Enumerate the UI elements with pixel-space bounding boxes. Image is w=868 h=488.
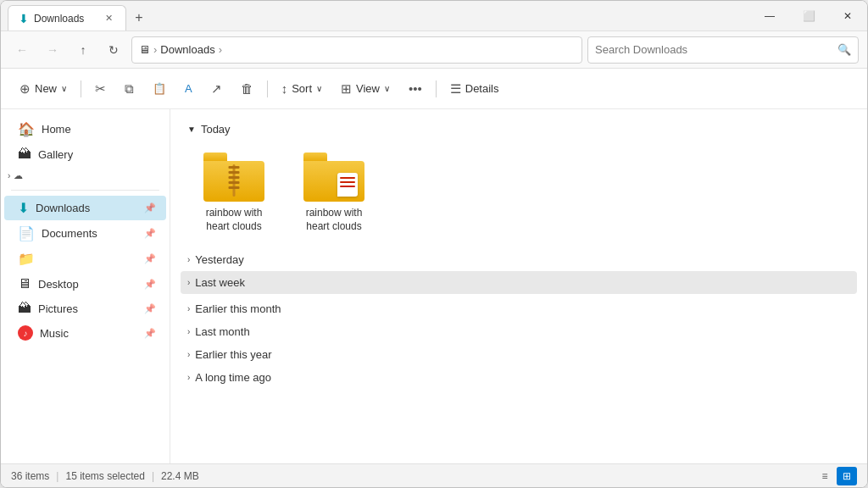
earlier-year-chevron: ›: [187, 350, 190, 359]
main-window: ⬇ Downloads ✕ + — ⬜ ✕ ← → ↑ ↻ 🖥 › Downlo…: [0, 0, 868, 488]
maximize-button[interactable]: ⬜: [789, 1, 828, 30]
selected-size: 22.4 MB: [161, 470, 199, 482]
copy-button[interactable]: ⧉: [116, 75, 142, 103]
items-count: 36 items: [11, 470, 49, 482]
group-today[interactable]: ▼ Today: [184, 116, 854, 139]
grid-view-toggle[interactable]: ⊞: [837, 467, 857, 485]
more-icon: •••: [409, 81, 422, 96]
sidebar-item-downloads[interactable]: ⬇ Downloads 📌: [4, 196, 166, 220]
sidebar-gallery-label: Gallery: [38, 148, 73, 161]
cut-button[interactable]: ✂: [86, 75, 114, 103]
refresh-button[interactable]: ↻: [101, 37, 126, 63]
sidebar-item-music[interactable]: ♪ Music 📌: [4, 321, 166, 345]
gallery-icon: 🏔: [18, 147, 31, 162]
pin-icon-folder: 📌: [144, 253, 156, 264]
group-last-week[interactable]: › Last week: [181, 271, 857, 294]
sidebar-music-label: Music: [40, 327, 69, 340]
forward-button[interactable]: →: [40, 37, 65, 63]
share-icon: ↗: [211, 81, 222, 97]
last-month-label: Last month: [195, 325, 249, 338]
sidebar-item-pictures[interactable]: 🏔 Pictures 📌: [4, 297, 166, 320]
delete-icon: 🗑: [241, 81, 253, 96]
search-box[interactable]: 🔍: [587, 36, 859, 64]
sidebar-item-gallery[interactable]: 🏔 Gallery: [4, 142, 166, 166]
titlebar: ⬇ Downloads ✕ + — ⬜ ✕: [1, 1, 867, 31]
tab-area: ⬇ Downloads ✕ +: [1, 1, 750, 30]
sidebar-item-home[interactable]: 🏠 Home: [4, 117, 166, 141]
sidebar-downloads-label: Downloads: [36, 202, 90, 214]
sidebar-item-documents[interactable]: 📄 Documents 📌: [4, 221, 166, 246]
file-item-zip[interactable]: rainbow with heart clouds: [187, 146, 281, 240]
file-item-pdf[interactable]: rainbow with heart clouds: [287, 146, 381, 240]
new-chevron: ∨: [61, 84, 67, 93]
minimize-button[interactable]: —: [750, 1, 789, 30]
share-button[interactable]: ↗: [203, 75, 231, 103]
up-button[interactable]: ↑: [70, 37, 96, 63]
folder-icon: 📁: [18, 251, 35, 267]
sidebar-divider: [11, 190, 159, 191]
group-earlier-month[interactable]: › Earlier this month: [184, 296, 854, 319]
addressbar: ← → ↑ ↻ 🖥 › Downloads › 🔍: [1, 31, 867, 69]
status-sep2: |: [152, 470, 154, 482]
sort-label: Sort: [292, 82, 312, 95]
search-input[interactable]: [595, 43, 832, 56]
breadcrumb-sep1: ›: [153, 43, 157, 56]
file2-label: rainbow with heart clouds: [306, 207, 363, 233]
yesterday-label: Yesterday: [195, 253, 243, 266]
new-button[interactable]: ⊕ New ∨: [11, 75, 75, 103]
last-week-label: Last week: [195, 276, 245, 289]
details-label: Details: [465, 82, 499, 95]
last-week-chevron: ›: [187, 278, 190, 287]
earlier-year-label: Earlier this year: [195, 348, 271, 361]
sidebar-pictures-label: Pictures: [38, 302, 78, 315]
sort-icon: ↕: [281, 81, 288, 96]
sort-button[interactable]: ↕ Sort ∨: [273, 75, 331, 103]
paste-button[interactable]: 📋: [144, 75, 175, 103]
active-tab[interactable]: ⬇ Downloads ✕: [8, 5, 126, 30]
sidebar-item-folder[interactable]: 📁 📌: [4, 247, 166, 271]
rename-button[interactable]: A: [176, 75, 201, 103]
details-button[interactable]: ☰ Details: [442, 75, 508, 103]
sidebar-item-desktop[interactable]: 🖥 Desktop 📌: [4, 272, 166, 296]
group-last-month[interactable]: › Last month: [184, 319, 854, 341]
yesterday-chevron: ›: [187, 255, 190, 264]
breadcrumb-sep2: ›: [219, 43, 222, 56]
breadcrumb[interactable]: 🖥 › Downloads ›: [131, 36, 582, 64]
back-button[interactable]: ←: [9, 37, 35, 63]
toolbar-sep2: [267, 80, 268, 97]
tab-close-button[interactable]: ✕: [102, 12, 115, 25]
main-area: 🏠 Home 🏔 Gallery › ☁ ⬇ Downloads 📌 📄 Doc…: [1, 109, 867, 463]
close-button[interactable]: ✕: [828, 1, 867, 30]
view-button[interactable]: ⊞ View ∨: [332, 75, 398, 103]
new-tab-button[interactable]: +: [126, 5, 152, 30]
earlier-month-chevron: ›: [187, 304, 190, 313]
long-ago-chevron: ›: [187, 373, 190, 382]
onedrive-expand-icon: ›: [8, 171, 10, 180]
music-icon: ♪: [18, 325, 33, 341]
copy-icon: ⧉: [125, 81, 134, 97]
toolbar-sep3: [436, 80, 437, 97]
view-chevron: ∨: [384, 84, 390, 93]
sidebar-home-label: Home: [42, 123, 71, 136]
group-long-ago[interactable]: › A long time ago: [184, 364, 854, 387]
group-earlier-year[interactable]: › Earlier this year: [184, 341, 854, 364]
details-icon: ☰: [450, 81, 461, 97]
window-controls: — ⬜ ✕: [750, 1, 867, 30]
earlier-month-label: Earlier this month: [195, 302, 281, 315]
today-label: Today: [201, 123, 231, 136]
delete-button[interactable]: 🗑: [232, 75, 262, 103]
long-ago-label: A long time ago: [195, 371, 271, 384]
tab-label: Downloads: [34, 13, 84, 25]
sidebar-expand-onedrive[interactable]: › ☁: [1, 167, 170, 185]
sort-chevron: ∨: [316, 84, 322, 93]
more-button[interactable]: •••: [400, 75, 431, 103]
group-yesterday[interactable]: › Yesterday: [184, 247, 854, 269]
view-toggles: ≡ ⊞: [815, 467, 857, 485]
cut-icon: ✂: [95, 81, 106, 97]
pin-icon-desktop: 📌: [144, 279, 156, 290]
view-icon: ⊞: [341, 81, 352, 97]
list-view-toggle[interactable]: ≡: [815, 467, 835, 485]
pin-icon-pictures: 📌: [144, 303, 156, 314]
today-files: rainbow with heart clouds: [184, 139, 854, 247]
pin-icon-music: 📌: [144, 328, 156, 339]
